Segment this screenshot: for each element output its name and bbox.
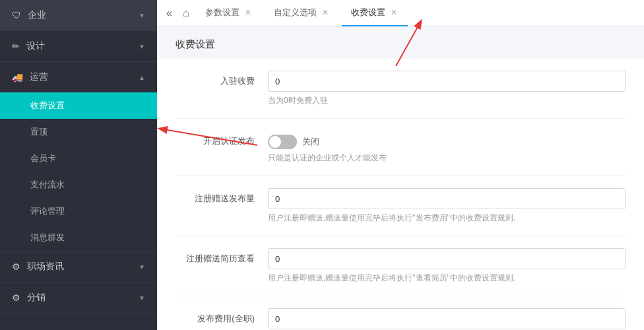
design-icon: ✏ (12, 41, 20, 51)
tab-nav-back-button[interactable]: « (162, 0, 176, 26)
tab-fee-settings-label: 收费设置 (351, 7, 385, 18)
sidebar: 🛡 企业 ▼ ✏ 设计 ▼ 🚚 运营 ▲ 收费设置 (0, 0, 157, 330)
tab-fee-settings[interactable]: 收费设置 ✕ (342, 0, 408, 26)
register-gift-publish-control: 用户注册即赠送,赠送量使用完毕后将执行"发布费用"中的收费设置规则. (268, 188, 626, 224)
sidebar-group-job-info-header[interactable]: ⚙ 职场资讯 ▼ (0, 251, 157, 282)
sidebar-item-membership-label: 会员卡 (30, 153, 56, 163)
auth-publish-hint: 只能是认证的企业或个人才能发布 (268, 152, 626, 164)
sidebar-group-enterprise-header[interactable]: 🛡 企业 ▼ (0, 0, 157, 30)
entry-fee-label: 入驻收费 (176, 71, 268, 87)
tab-fee-settings-close[interactable]: ✕ (389, 7, 399, 18)
distribution-icon: ⚙ (12, 292, 20, 303)
sidebar-item-membership[interactable]: 会员卡 (0, 145, 157, 172)
sidebar-item-pinned[interactable]: 置顶 (0, 119, 157, 145)
job-info-chevron: ▼ (139, 263, 145, 271)
sidebar-item-payment-flow[interactable]: 支付流水 (0, 172, 157, 198)
tab-bar: « ⌂ 参数设置 ✕ 自定义选项 ✕ 收费设置 ✕ (157, 0, 644, 26)
sidebar-group-distribution: ⚙ 分销 ▼ (0, 282, 157, 314)
operation-chevron: ▲ (139, 74, 145, 81)
tab-custom-options-label: 自定义选项 (274, 7, 317, 18)
register-gift-resume-hint: 用户注册即赠送,赠送量使用完毕后将执行"查看简历"中的收费设置规则. (268, 273, 626, 284)
publish-fee-fulltime-control (268, 308, 626, 329)
job-info-icon: ⚙ (12, 261, 20, 272)
sidebar-group-job-info: ⚙ 职场资讯 ▼ (0, 251, 157, 282)
operation-icon: 🚚 (12, 72, 23, 82)
form-row-auth-publish: 开启认证发布 关闭 只能是认证的企业或个人才能发布 (176, 119, 626, 176)
auth-publish-control: 关闭 只能是认证的企业或个人才能发布 (268, 131, 626, 164)
entry-fee-control: 当为0时免费入驻 (268, 71, 626, 106)
sidebar-group-distribution-label: 分销 (27, 292, 46, 304)
register-gift-resume-input[interactable] (268, 248, 626, 269)
register-gift-publish-hint: 用户注册即赠送,赠送量使用完毕后将执行"发布费用"中的收费设置规则. (268, 213, 626, 224)
sidebar-group-design-label: 设计 (26, 40, 45, 52)
content-area: 收费设置 入驻收费 当为0时免费入驻 开启认证发布 关闭 只能是认证的企 (157, 26, 644, 330)
sidebar-item-message-broadcast-label: 消息群发 (30, 232, 65, 242)
toggle-wrap: 关闭 (268, 131, 626, 149)
sidebar-item-payment-flow-label: 支付流水 (30, 180, 65, 189)
register-gift-resume-label: 注册赠送简历查看 (176, 248, 268, 265)
design-chevron: ▼ (139, 43, 145, 50)
distribution-chevron: ▼ (139, 294, 145, 302)
sidebar-item-fee-settings[interactable]: 收费设置 (0, 92, 157, 119)
tab-custom-options-close[interactable]: ✕ (321, 7, 330, 18)
sidebar-group-job-info-label: 职场资讯 (27, 261, 64, 273)
tab-params[interactable]: 参数设置 ✕ (196, 0, 262, 26)
sidebar-item-message-broadcast[interactable]: 消息群发 (0, 224, 157, 251)
auth-publish-toggle-label: 关闭 (302, 136, 319, 148)
main-content: « ⌂ 参数设置 ✕ 自定义选项 ✕ 收费设置 ✕ 收费设置 入驻收费 当为0时… (157, 0, 644, 330)
enterprise-chevron: ▼ (139, 12, 145, 19)
sidebar-group-operation-label: 运营 (30, 71, 48, 83)
form-row-entry-fee: 入驻收费 当为0时免费入驻 (176, 59, 626, 119)
form-row-register-gift-resume: 注册赠送简历查看 用户注册即赠送,赠送量使用完毕后将执行"查看简历"中的收费设置… (176, 236, 626, 296)
auth-publish-label: 开启认证发布 (176, 131, 268, 147)
form-row-register-gift-publish: 注册赠送发布量 用户注册即赠送,赠送量使用完毕后将执行"发布费用"中的收费设置规… (176, 176, 626, 236)
sidebar-group-operation: 🚚 运营 ▲ 收费设置 置顶 会员卡 支付流水 评论管理 消息群发 (0, 62, 157, 251)
form-section: 入驻收费 当为0时免费入驻 开启认证发布 关闭 只能是认证的企业或个人才能发布 (157, 59, 644, 330)
register-gift-publish-label: 注册赠送发布量 (176, 188, 268, 205)
entry-fee-hint: 当为0时免费入驻 (268, 95, 626, 106)
sidebar-item-comment-manage-label: 评论管理 (30, 206, 65, 216)
register-gift-resume-control: 用户注册即赠送,赠送量使用完毕后将执行"查看简历"中的收费设置规则. (268, 248, 626, 284)
tab-custom-options[interactable]: 自定义选项 ✕ (265, 0, 339, 26)
register-gift-publish-input[interactable] (268, 188, 626, 209)
sidebar-group-enterprise-label: 企业 (28, 9, 46, 21)
sidebar-group-operation-header[interactable]: 🚚 运营 ▲ (0, 62, 157, 92)
page-title: 收费设置 (157, 26, 644, 59)
tab-params-label: 参数设置 (205, 7, 240, 18)
operation-sub-items: 收费设置 置顶 会员卡 支付流水 评论管理 消息群发 (0, 92, 157, 251)
sidebar-item-fee-settings-label: 收费设置 (30, 100, 65, 110)
entry-fee-input[interactable] (268, 71, 626, 92)
sidebar-group-design-header[interactable]: ✏ 设计 ▼ (0, 31, 157, 61)
sidebar-group-design: ✏ 设计 ▼ (0, 31, 157, 62)
sidebar-item-comment-manage[interactable]: 评论管理 (0, 198, 157, 224)
sidebar-item-pinned-label: 置顶 (30, 127, 48, 137)
enterprise-icon: 🛡 (12, 10, 21, 20)
auth-publish-toggle[interactable] (268, 135, 297, 149)
publish-fee-fulltime-input[interactable] (268, 308, 626, 329)
tab-nav-home-button[interactable]: ⌂ (179, 0, 193, 26)
sidebar-group-enterprise: 🛡 企业 ▼ (0, 0, 157, 31)
tab-params-close[interactable]: ✕ (243, 7, 253, 18)
publish-fee-fulltime-label: 发布费用(全职) (176, 308, 268, 325)
form-row-publish-fee-fulltime: 发布费用(全职) (176, 296, 626, 330)
sidebar-group-distribution-header[interactable]: ⚙ 分销 ▼ (0, 282, 157, 313)
